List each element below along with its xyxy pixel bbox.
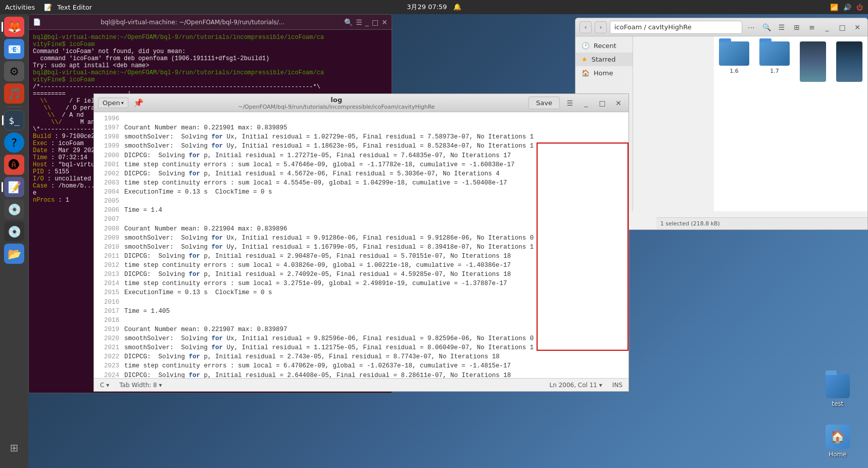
dock-icon-firefox[interactable]: 🦊 <box>4 17 24 37</box>
editor-line-2007: 2007 <box>98 215 624 224</box>
statusbar-position[interactable]: Ln 2006, Col 11 ▾ <box>550 382 602 389</box>
tab-arrow: ▾ <box>159 382 162 389</box>
editor-line-2021: 2021smoothSolver: Solving for Uy, Initia… <box>98 343 624 352</box>
editor-maximize-btn[interactable]: □ <box>596 97 608 109</box>
open-label: Open <box>103 99 120 107</box>
desktop-icon-home[interactable]: 🏠 Home <box>817 425 858 458</box>
editor-line-2008: 2008Courant Number mean: 0.221904 max: 0… <box>98 224 624 233</box>
terminal-maximize-btn[interactable]: □ <box>372 18 378 26</box>
editor-line-2015: 2015ExecutionTime = 0.13 s ClockTime = 0… <box>98 288 624 297</box>
fm-maximize-btn[interactable]: □ <box>836 21 848 33</box>
terminal-search-btn[interactable]: 🔍 <box>344 18 353 26</box>
terminal-titlebar: 📄 bql@bql-virtual-machine: ~/OpenFOAM/bq… <box>29 15 392 30</box>
dock-icon-email[interactable]: 📧 <box>4 39 24 59</box>
statusbar-lang[interactable]: C ▾ <box>100 382 109 389</box>
fm-menu-btn[interactable]: ⋯ <box>745 21 757 33</box>
fm-view-list-btn[interactable]: ☰ <box>776 21 788 33</box>
terminal-title: bql@bql-virtual-machine: ~/OpenFOAM/bql-… <box>45 19 340 26</box>
dock-icon-terminal[interactable]: $_ <box>4 110 24 130</box>
editor-line-2009: 2009smoothSolver: Solving for Ux, Initia… <box>98 233 624 243</box>
fm-status: 1 selected (218.8 kB) <box>660 220 720 227</box>
terminal-close-btn[interactable]: ✕ <box>381 18 388 26</box>
editor-close-btn[interactable]: ✕ <box>612 97 624 109</box>
open-arrow: ▾ <box>121 100 124 106</box>
dock-icon-files[interactable]: 📂 <box>4 244 24 264</box>
editor-title: log <box>149 96 524 104</box>
power-icon[interactable]: ⏻ <box>856 4 863 11</box>
fm-back-btn[interactable]: ‹ <box>580 21 592 33</box>
editor-line-2003: 2003time step continuity errors : sum lo… <box>98 178 624 188</box>
terminal-line-8: /*--------------------------------------… <box>33 83 388 90</box>
fm-folder-label-17: 1.7 <box>770 68 779 74</box>
tab-width-label: Tab Width: 8 <box>119 382 157 389</box>
editor-line-2017: 2017Time = 1.405 <box>98 307 624 316</box>
activities-label[interactable]: Activities <box>5 4 35 11</box>
test-folder-icon <box>826 374 850 398</box>
lang-label: C <box>100 382 104 389</box>
fm-sidebar-starred[interactable]: ★ Starred <box>575 53 633 66</box>
editor-line-2013: 2013DICPCG: Solving for p, Initial resid… <box>98 270 624 279</box>
editor-line-2012: 2012time step continuity errors : sum lo… <box>98 261 624 270</box>
editor-line-2004: 2004ExecutionTime = 0.13 s ClockTime = 0… <box>98 188 624 197</box>
editor-line-2000: 2000DICPCG: Solving for p, Initial resid… <box>98 151 624 160</box>
terminal-line-4: command 'icoFoam' from deb openfoam (190… <box>33 55 388 62</box>
fm-search-btn[interactable]: 🔍 <box>760 21 773 33</box>
filemanager-titlebar: ‹ › icoFoam / cavItyHighRe ⋯ 🔍 ☰ ⊞ ≡ _ □… <box>575 18 867 36</box>
open-dropdown[interactable]: Open ▾ <box>98 98 128 108</box>
dock-separator <box>7 107 22 107</box>
recent-icon: 🕐 <box>582 42 590 50</box>
dock-icon-music[interactable]: 🎵 <box>4 83 24 104</box>
editor-title-center: log ~/OpenFOAM/bql-9/run/tutorials/incom… <box>149 96 524 110</box>
fm-folder-17[interactable]: 1.7 <box>759 41 790 74</box>
editor-line-2014: 2014time step continuity errors : sum lo… <box>98 279 624 288</box>
lang-arrow: ▾ <box>106 382 109 389</box>
fm-sidebar-home[interactable]: 🏠 Home <box>575 66 633 80</box>
editor-line-2022: 2022DICPCG: Solving for p, Initial resid… <box>98 352 624 361</box>
terminal-line-6: bql@bql-virtual-machine:~/OpenFOAM/bql-9… <box>33 69 388 76</box>
home-icon-label: Home <box>829 451 846 458</box>
dock: 🦊 📧 ⚙️ 🎵 $_ ? 🅐 📝 💿 💿 📂 ⊞ <box>0 14 28 468</box>
fm-forward-btn[interactable]: › <box>595 21 607 33</box>
save-button[interactable]: Save <box>528 97 560 109</box>
editor-line-2010: 2010smoothSolver: Solving for Uy, Initia… <box>98 243 624 252</box>
fm-options-btn[interactable]: ≡ <box>806 21 818 33</box>
fm-close-btn[interactable]: ✕ <box>851 21 863 33</box>
editor-minimize-btn[interactable]: _ <box>580 97 592 109</box>
dock-icon-grid[interactable]: ⊞ <box>4 438 24 458</box>
dock-icon-settings[interactable]: ⚙️ <box>4 61 24 81</box>
terminal-menu-btn[interactable]: ☰ <box>356 18 362 26</box>
dock-icon-texteditor[interactable]: 📝 <box>4 177 24 197</box>
editor-subtitle: ~/OpenFOAM/bql-9/run/tutorials/incompres… <box>149 104 524 110</box>
editor-line-2005: 2005 <box>98 197 624 206</box>
editor-line-2020: 2020smoothSolver: Solving for Ux, Initia… <box>98 334 624 343</box>
fm-view-icon-btn[interactable]: ⊞ <box>791 21 803 33</box>
network-icon: 📶 <box>830 4 838 11</box>
volume-icon: 🔊 <box>843 4 851 11</box>
fm-folder-icon-17 <box>759 41 790 66</box>
terminal-line-2: vityFine$ icoFoam <box>33 41 388 48</box>
fm-minimize-btn[interactable]: _ <box>821 21 833 33</box>
dock-icon-software[interactable]: 🅐 <box>4 155 24 175</box>
dock-icon-dvd[interactable]: 💿 <box>4 221 24 242</box>
fm-thumbnail-2 <box>836 41 862 82</box>
editor-line-2001: 2001time step continuity errors : sum lo… <box>98 160 624 169</box>
terminal-minimize-btn[interactable]: _ <box>365 18 369 26</box>
bell-icon[interactable]: 🔔 <box>453 3 461 11</box>
editor-pin-btn[interactable]: 📌 <box>132 97 144 109</box>
editor-content[interactable]: 1996 1997Courant Number mean: 0.221901 m… <box>94 112 629 378</box>
editor-line-2019: 2019Courant Number mean: 0.221907 max: 0… <box>98 325 624 334</box>
dock-icon-help[interactable]: ? <box>4 132 24 153</box>
home-icon: 🏠 <box>582 69 590 77</box>
editor-options-btn[interactable]: ☰ <box>564 97 576 109</box>
fm-folder-16[interactable]: 1.6 <box>719 41 749 74</box>
dock-icon-cd[interactable]: 💿 <box>4 199 24 219</box>
home-label: Home <box>594 69 613 77</box>
editor-line-2006: 2006Time = 1.4 <box>98 206 624 215</box>
fm-sidebar-recent[interactable]: 🕐 Recent <box>575 39 633 53</box>
position-arrow: ▾ <box>599 382 602 389</box>
statusbar-tab[interactable]: Tab Width: 8 ▾ <box>119 382 162 389</box>
statusbar-right: Ln 2006, Col 11 ▾ INS <box>550 382 622 389</box>
editor-line-2016: 2016 <box>98 298 624 307</box>
desktop-icon-test[interactable]: test <box>817 374 858 407</box>
starred-label: Starred <box>592 56 616 63</box>
